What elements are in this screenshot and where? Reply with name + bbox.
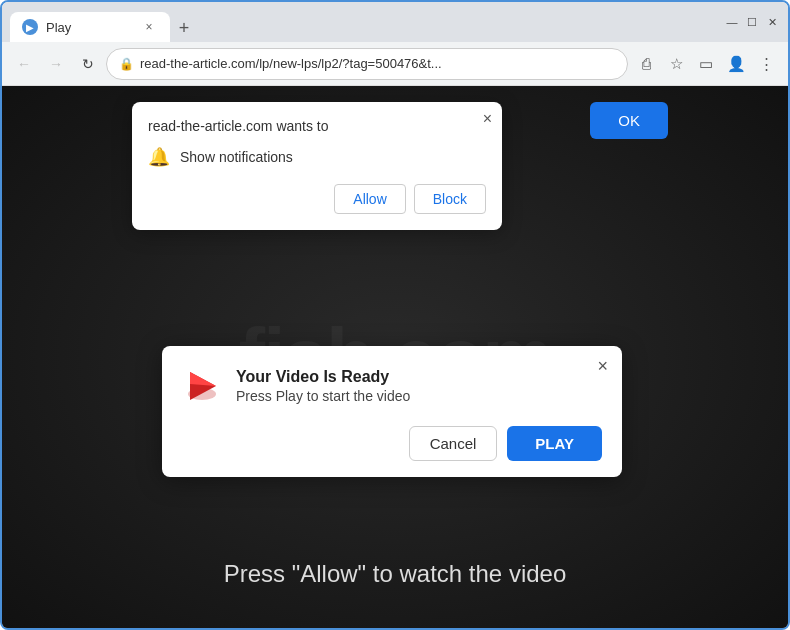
play-icon-red xyxy=(182,366,222,406)
page-bottom-text: Press "Allow" to watch the video xyxy=(2,560,788,588)
title-bar: ▶ Play × + — ☐ ✕ xyxy=(2,2,788,42)
bell-icon: 🔔 xyxy=(148,146,170,168)
tab-area: ▶ Play × + xyxy=(10,2,716,42)
ok-button-container: OK xyxy=(590,102,668,139)
allow-button[interactable]: Allow xyxy=(334,184,405,214)
tab-label: Play xyxy=(46,20,71,35)
split-view-button[interactable]: ▭ xyxy=(692,50,720,78)
video-dialog: × Your Video Is Ready Press Play to star… xyxy=(162,346,622,477)
tab-favicon: ▶ xyxy=(22,19,38,35)
ok-button[interactable]: OK xyxy=(590,102,668,139)
video-dialog-header: Your Video Is Ready Press Play to start … xyxy=(182,366,602,406)
block-button[interactable]: Block xyxy=(414,184,486,214)
tab-close-button[interactable]: × xyxy=(140,18,158,36)
video-dialog-texts: Your Video Is Ready Press Play to start … xyxy=(236,368,410,404)
nav-actions: ⎙ ☆ ▭ 👤 ⋮ xyxy=(632,50,780,78)
window-controls: — ☐ ✕ xyxy=(724,14,780,30)
navigation-bar: ← → ↻ 🔒 read-the-article.com/lp/new-lps/… xyxy=(2,42,788,86)
page-background: fish.com Press "Allow" to watch the vide… xyxy=(2,86,788,628)
lock-icon: 🔒 xyxy=(119,57,134,71)
video-dialog-buttons: Cancel PLAY xyxy=(182,426,602,461)
notification-dialog: × read-the-article.com wants to 🔔 Show n… xyxy=(132,102,502,230)
video-dialog-close-button[interactable]: × xyxy=(597,356,608,377)
profile-button[interactable]: 👤 xyxy=(722,50,750,78)
notification-dialog-buttons: Allow Block xyxy=(148,184,486,214)
notification-close-button[interactable]: × xyxy=(483,110,492,128)
address-text: read-the-article.com/lp/new-lps/lp2/?tag… xyxy=(140,56,615,71)
back-button[interactable]: ← xyxy=(10,50,38,78)
share-button[interactable]: ⎙ xyxy=(632,50,660,78)
bookmark-button[interactable]: ☆ xyxy=(662,50,690,78)
page-content: fish.com Press "Allow" to watch the vide… xyxy=(2,86,788,628)
close-button[interactable]: ✕ xyxy=(764,14,780,30)
refresh-button[interactable]: ↻ xyxy=(74,50,102,78)
minimize-button[interactable]: — xyxy=(724,14,740,30)
cancel-button[interactable]: Cancel xyxy=(409,426,498,461)
notification-permission-text: Show notifications xyxy=(180,149,293,165)
address-bar[interactable]: 🔒 read-the-article.com/lp/new-lps/lp2/?t… xyxy=(106,48,628,80)
browser-window: ▶ Play × + — ☐ ✕ ← → ↻ 🔒 read-the-articl… xyxy=(0,0,790,630)
forward-button[interactable]: → xyxy=(42,50,70,78)
svg-marker-2 xyxy=(190,372,216,386)
new-tab-button[interactable]: + xyxy=(170,14,198,42)
notification-dialog-title: read-the-article.com wants to xyxy=(148,118,486,134)
play-button[interactable]: PLAY xyxy=(507,426,602,461)
menu-button[interactable]: ⋮ xyxy=(752,50,780,78)
notification-permission-row: 🔔 Show notifications xyxy=(148,146,486,168)
maximize-button[interactable]: ☐ xyxy=(744,14,760,30)
active-tab[interactable]: ▶ Play × xyxy=(10,12,170,42)
video-dialog-title: Your Video Is Ready xyxy=(236,368,410,386)
video-dialog-subtitle: Press Play to start the video xyxy=(236,388,410,404)
